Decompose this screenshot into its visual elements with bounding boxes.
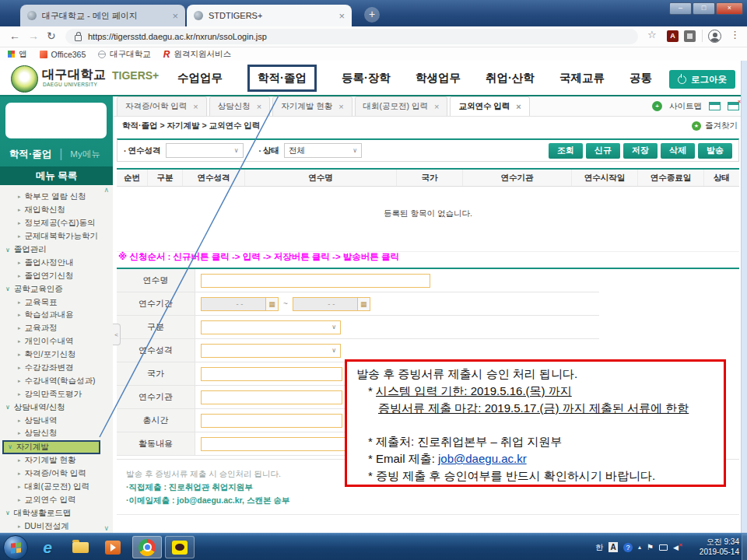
email-link[interactable]: job@daegu.ac.kr: [438, 452, 527, 465]
start-date-input[interactable]: - -▦: [201, 297, 279, 311]
total-hours-input[interactable]: [201, 414, 342, 428]
ime-korean-indicator[interactable]: 한: [595, 542, 603, 553]
category-select[interactable]: ∨: [201, 320, 341, 334]
sidebar-section[interactable]: ∨대학생활로드맵: [0, 506, 113, 520]
network-icon[interactable]: [659, 544, 668, 551]
column-header[interactable]: 연수시작일: [572, 170, 638, 186]
tab-close-icon[interactable]: ×: [193, 102, 198, 111]
sidebar-tab-records[interactable]: 학적·졸업: [9, 148, 51, 161]
sidebar-item[interactable]: ▸학습성과내용: [0, 309, 113, 322]
browser-tab-2-active[interactable]: STDTIGERS+ ×: [187, 5, 352, 26]
forward-icon[interactable]: →: [28, 30, 39, 42]
taskbar-kakaotalk-icon[interactable]: [165, 536, 195, 558]
address-bar[interactable]: https://tigersstd.daegu.ac.kr/nxrun/ssoL…: [65, 29, 638, 44]
mdi-tab[interactable]: 자격증/어학 입력×: [117, 96, 207, 116]
sector-form-select[interactable]: ∨: [201, 344, 341, 358]
country-input[interactable]: [201, 367, 342, 381]
mdi-tab[interactable]: 자기계발 현황×: [272, 96, 352, 116]
column-header[interactable]: 연수기관: [463, 170, 572, 186]
sidebar-section[interactable]: ∨상담내역/신청: [0, 401, 113, 414]
page-scrollbar[interactable]: [741, 61, 747, 533]
nav-item-career[interactable]: 취업·산학: [486, 71, 535, 86]
sidebar-item[interactable]: ▸졸업사정안내: [0, 256, 113, 269]
column-header[interactable]: 순번: [117, 170, 148, 186]
search-button[interactable]: 조회: [549, 143, 583, 159]
window-close-all-icon[interactable]: ×: [728, 102, 739, 110]
nav-item-classes[interactable]: 수업업무: [177, 71, 223, 86]
tab-close-icon[interactable]: ×: [167, 10, 178, 22]
sidebar-item[interactable]: ▸확인/포기신청: [0, 348, 113, 362]
sidebar-item[interactable]: ▸자기계발 현황: [0, 454, 113, 467]
window-maximize-button[interactable]: □: [693, 2, 715, 15]
tab-close-icon[interactable]: ×: [434, 102, 439, 111]
volume-muted-icon[interactable]: ◀×: [673, 544, 679, 551]
mdi-tab[interactable]: 상담신청×: [209, 96, 270, 116]
bookmark-apps[interactable]: 앱: [8, 49, 27, 60]
sidebar-item[interactable]: ▸정보제공(수집)동의: [0, 217, 113, 230]
action-center-flag-icon[interactable]: ⚑: [647, 543, 654, 551]
sidebar-item[interactable]: ▸졸업연기신청: [0, 269, 113, 282]
sidebar-item[interactable]: ▸재입학신청: [0, 204, 113, 217]
taskbar-explorer-icon[interactable]: [65, 536, 95, 558]
back-icon[interactable]: ←: [9, 30, 20, 42]
column-header[interactable]: 국가: [397, 170, 463, 186]
ime-english-indicator[interactable]: A: [608, 542, 618, 552]
sidebar-item[interactable]: ▸수강강좌변경: [0, 362, 113, 375]
calendar-icon[interactable]: ▦: [357, 298, 370, 310]
delete-button[interactable]: 삭제: [661, 143, 695, 159]
sidebar-section[interactable]: ∨졸업관리: [0, 243, 113, 257]
extension-icon[interactable]: [684, 30, 696, 42]
column-header[interactable]: 연수성격: [183, 170, 245, 186]
new-button[interactable]: 신규: [586, 143, 620, 159]
nav-item-international[interactable]: 국제교류: [559, 71, 605, 86]
sidebar-item[interactable]: ▸강의만족도평가: [0, 387, 113, 401]
start-button[interactable]: [3, 535, 28, 560]
sidebar-item[interactable]: ▸학부모 열람 신청: [0, 191, 113, 204]
save-button[interactable]: 저장: [623, 143, 658, 159]
show-hidden-icons[interactable]: ▴: [638, 544, 641, 551]
status-select[interactable]: 전체∨: [284, 143, 362, 158]
tab-close-icon[interactable]: ×: [257, 102, 261, 111]
help-icon[interactable]: ?: [623, 543, 633, 552]
mdi-tab-active[interactable]: 교외연수 입력×: [450, 96, 529, 116]
taskbar-mediaplayer-icon[interactable]: [98, 536, 128, 558]
window-open-icon[interactable]: [709, 102, 721, 110]
sidebar-item[interactable]: ▸교외연수 입력: [0, 494, 113, 507]
taskbar-ie-icon[interactable]: e: [33, 536, 62, 558]
sidebar-item[interactable]: ▸상담내역: [0, 414, 113, 427]
window-close-button[interactable]: ×: [716, 2, 743, 15]
sidebar-item[interactable]: ▸자격증/어학 입력: [0, 467, 113, 481]
nav-item-student[interactable]: 학생업무: [416, 71, 461, 86]
calendar-icon[interactable]: ▦: [265, 298, 278, 310]
column-header[interactable]: 구분: [148, 170, 183, 186]
taskbar-chrome-icon[interactable]: [132, 536, 162, 558]
nav-item-common[interactable]: 공통: [630, 71, 652, 86]
pdf-extension-icon[interactable]: A: [667, 30, 679, 42]
bookmark-office365[interactable]: Office365: [40, 50, 86, 59]
sidebar-item[interactable]: ▸DU비전설계: [0, 520, 113, 533]
sitemap-link[interactable]: 사이트맵: [669, 101, 702, 112]
scroll-up-icon[interactable]: ∧: [103, 186, 109, 194]
taskbar-clock[interactable]: 오전 9:34 2019-05-14: [700, 537, 739, 557]
sidebar-item[interactable]: ▸교육과정: [0, 322, 113, 335]
sidebar-item[interactable]: ▸상담신청: [0, 427, 113, 440]
logout-button[interactable]: 로그아웃: [669, 70, 735, 89]
tab-close-icon[interactable]: ×: [338, 102, 343, 111]
scroll-down-icon[interactable]: ∨: [103, 524, 109, 532]
training-name-input[interactable]: [201, 274, 430, 288]
institution-input[interactable]: [201, 390, 342, 404]
bookmark-star-icon[interactable]: ☆: [647, 29, 657, 40]
browser-menu-icon[interactable]: ⋮: [730, 29, 740, 40]
end-date-input[interactable]: - -▦: [293, 297, 370, 311]
tab-close-icon[interactable]: ×: [516, 102, 521, 111]
new-tab-button[interactable]: +: [364, 7, 380, 23]
refresh-icon[interactable]: ↻: [47, 30, 56, 42]
profile-icon[interactable]: [708, 30, 721, 43]
sidebar-collapse-handle[interactable]: <: [113, 324, 121, 345]
bookmark-remote-support[interactable]: R 원격지원서비스: [163, 49, 231, 60]
mdi-tab[interactable]: 대회(공모전) 입력×: [355, 96, 448, 116]
tab-close-icon[interactable]: ×: [334, 10, 345, 22]
send-button[interactable]: 발송: [698, 143, 732, 159]
sidebar-item[interactable]: ▸수강내역(학습성과): [0, 374, 113, 387]
sidebar-item[interactable]: ▸교육목표: [0, 296, 113, 309]
